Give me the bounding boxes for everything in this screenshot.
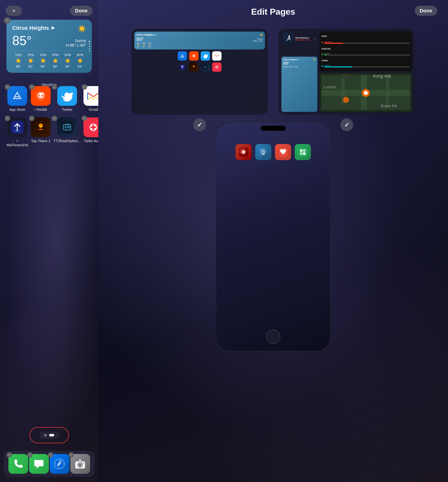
svg-point-3 bbox=[39, 94, 40, 96]
thumb-right-inner: Rock Workout Apple Music Rock ♪ Citrus H… bbox=[279, 29, 415, 115]
check-button-1[interactable]: ✓ bbox=[193, 118, 206, 131]
weather-sun-icon: ☀️ bbox=[78, 25, 86, 33]
svg-point-27 bbox=[79, 464, 81, 466]
svg-point-45 bbox=[289, 36, 290, 37]
left-panel: + Done − Citrus Heights ➤ ☀️ 85° Sunny H bbox=[0, 0, 98, 482]
weather-hour-4: 4PM ☀️ 93° bbox=[49, 53, 62, 69]
location-icon: ➤ bbox=[50, 25, 55, 31]
thumb-twilio bbox=[212, 62, 222, 72]
svg-text:Loomis: Loomis bbox=[324, 85, 336, 89]
weather-top: Citrus Heights ➤ ☀️ bbox=[12, 25, 86, 33]
add-button[interactable]: + bbox=[6, 6, 22, 16]
pi-dot-2 bbox=[49, 434, 54, 436]
page-dot-5 bbox=[89, 50, 90, 52]
page-thumb-2[interactable]: Rock Workout Apple Music Rock ♪ Citrus H… bbox=[279, 29, 415, 115]
thumb-taptitans bbox=[189, 62, 199, 72]
reddit-label: • Reddit bbox=[34, 108, 47, 112]
remove-twilio-button[interactable]: − bbox=[82, 116, 87, 121]
app-item-reddit[interactable]: − • Reddit bbox=[31, 86, 51, 112]
app-item-taptitans[interactable]: − Tap Titans 2 bbox=[31, 117, 51, 147]
thumb-right-left-col: Rock Workout Apple Music Rock ♪ Citrus H… bbox=[281, 31, 317, 112]
twilio-label: Twilio Authy bbox=[84, 139, 98, 143]
phone-inner bbox=[216, 123, 330, 351]
phone-widgetkit-icon bbox=[295, 144, 311, 160]
remove-reddit-button[interactable]: − bbox=[29, 84, 34, 90]
phone-health-icon bbox=[275, 144, 291, 160]
svg-point-41 bbox=[216, 66, 216, 67]
dock-item-safari[interactable]: − bbox=[50, 454, 70, 474]
thumb-twitter bbox=[201, 51, 210, 61]
svg-point-32 bbox=[194, 55, 195, 56]
done-button-left[interactable]: Done bbox=[70, 6, 93, 16]
remove-weather-button[interactable]: − bbox=[4, 17, 10, 24]
dock-item-messages[interactable]: − bbox=[29, 454, 49, 474]
remove-phone-button[interactable]: − bbox=[7, 452, 12, 458]
dock-item-phone[interactable]: − bbox=[8, 454, 28, 474]
svg-point-6 bbox=[43, 92, 45, 93]
svg-point-24 bbox=[59, 463, 60, 464]
svg-point-19 bbox=[91, 128, 93, 130]
svg-text:SIM: SIM bbox=[64, 125, 70, 129]
svg-rect-69 bbox=[303, 149, 305, 152]
svg-rect-68 bbox=[300, 149, 303, 152]
messages-icon bbox=[29, 454, 49, 474]
thumb-appstore bbox=[178, 51, 187, 61]
thumb-myfitness bbox=[178, 62, 187, 72]
appstore-icon bbox=[7, 86, 27, 106]
remove-appstore-button[interactable]: − bbox=[5, 84, 10, 90]
remove-camera-button[interactable]: − bbox=[69, 452, 74, 458]
svg-text:SIM: SIM bbox=[204, 66, 207, 68]
page-dot-2 bbox=[89, 43, 90, 45]
thumb-app-row-1 bbox=[134, 51, 265, 61]
remove-safari-button[interactable]: − bbox=[48, 452, 53, 458]
safari-icon bbox=[50, 454, 70, 474]
svg-rect-39 bbox=[214, 65, 219, 70]
thumb-gmail bbox=[212, 51, 222, 61]
remove-taptitans-button[interactable]: − bbox=[29, 116, 34, 121]
taptitans-label: Tap Titans 2 bbox=[31, 139, 50, 143]
app-item-gmail[interactable]: − Gmail bbox=[83, 86, 98, 112]
check-button-2[interactable]: ✓ bbox=[340, 118, 353, 131]
weather-hourly: 1PM ☀️ 89° 2PM ☀️ 91° 3PM ☀️ 93° 4PM ☀️ … bbox=[12, 51, 86, 69]
svg-rect-14 bbox=[65, 124, 69, 125]
app-item-twitter[interactable]: − Twitter bbox=[54, 86, 80, 112]
app-item-myfitness[interactable]: − • MyFitnessPal bbox=[7, 117, 28, 147]
top-bar-right: Done bbox=[415, 6, 437, 16]
twitter-label: Twitter bbox=[62, 108, 72, 112]
page-dot-3 bbox=[89, 46, 90, 47]
edit-pages-title: Edit Pages bbox=[251, 7, 295, 17]
remove-myfitness-button[interactable]: − bbox=[5, 116, 10, 121]
top-bar-left: + Done bbox=[0, 6, 98, 16]
app-item-twilio[interactable]: − Twilio Authy bbox=[83, 117, 98, 147]
checkmark-2-icon: ✓ bbox=[344, 121, 349, 128]
phone-notch bbox=[261, 126, 286, 131]
thumb-activity-widget: MOVE 110/500CAL EXERCISE bbox=[320, 31, 412, 71]
remove-tt2raid-button[interactable]: − bbox=[52, 116, 57, 121]
thumb-app-row-2: SIM bbox=[134, 62, 265, 72]
phone-mockup bbox=[216, 122, 331, 351]
remove-twitter-button[interactable]: − bbox=[52, 84, 57, 90]
thumb-left-inner: Citrus Heights ▾ ☀️ 89° Sunny H:96° L:60… bbox=[131, 29, 268, 115]
svg-point-52 bbox=[364, 91, 368, 95]
svg-point-43 bbox=[216, 67, 216, 68]
app-item-tt2raid[interactable]: − SIM TT2RaidOptimi... bbox=[54, 117, 80, 147]
thumb-tt2raid: SIM bbox=[201, 62, 210, 72]
remove-messages-button[interactable]: − bbox=[27, 452, 33, 458]
done-button-right[interactable]: Done bbox=[415, 6, 437, 16]
svg-point-42 bbox=[217, 66, 218, 67]
weather-hour-3: 3PM ☀️ 93° bbox=[37, 53, 49, 69]
page-thumb-1[interactable]: Citrus Heights ▾ ☀️ 89° Sunny H:96° L:60… bbox=[131, 29, 268, 115]
remove-gmail-button[interactable]: − bbox=[82, 84, 87, 90]
app-item-appstore[interactable]: − App Store bbox=[7, 86, 28, 112]
phone-ring-icon bbox=[255, 144, 271, 160]
tt2raid-label: TT2RaidOptimi... bbox=[54, 139, 80, 143]
dock-item-camera[interactable]: − bbox=[70, 454, 90, 474]
svg-rect-71 bbox=[303, 152, 305, 155]
page-indicator-area bbox=[39, 431, 59, 439]
weather-temp: 85° bbox=[12, 34, 32, 47]
phone-home-button[interactable] bbox=[266, 329, 280, 344]
runner-icon bbox=[283, 33, 294, 44]
svg-point-65 bbox=[263, 151, 264, 152]
gmail-label: Gmail bbox=[89, 108, 98, 112]
plus-icon: + bbox=[12, 8, 16, 14]
